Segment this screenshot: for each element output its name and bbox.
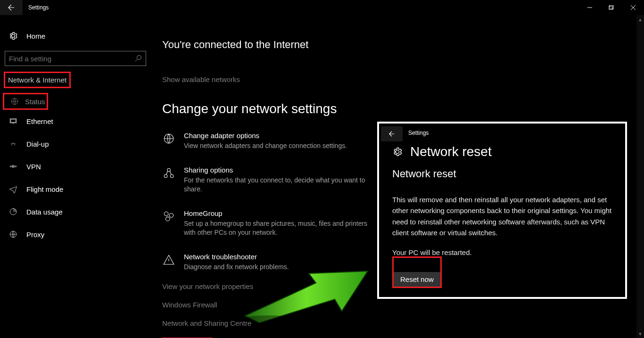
airplane-icon <box>8 184 18 194</box>
sidebar-item-label: Data usage <box>26 208 63 216</box>
search-icon <box>134 55 142 62</box>
dialup-icon <box>8 139 18 148</box>
sidebar-item-label: Flight mode <box>26 185 63 193</box>
sidebar-item-datausage[interactable]: Data usage <box>0 200 151 223</box>
overlay-titlebar: Settings <box>379 124 625 142</box>
svg-rect-5 <box>11 119 16 122</box>
sidebar: Home Network & Internet Status Ethernet … <box>0 15 151 338</box>
setting-row-sub: Set up a homegroup to share pictures, mu… <box>184 219 372 238</box>
link-firewall[interactable]: Windows Firewall <box>162 301 644 309</box>
svg-point-19 <box>166 217 170 221</box>
warning-icon <box>162 253 175 272</box>
svg-rect-0 <box>609 6 612 10</box>
sidebar-item-status[interactable]: Status <box>3 93 48 110</box>
sidebar-item-ethernet[interactable]: Ethernet <box>0 110 151 132</box>
reset-now-button[interactable]: Reset now <box>394 272 440 287</box>
proxy-icon <box>8 230 18 239</box>
globe-icon <box>162 132 175 151</box>
setting-row-sub: For the networks that you connect to, de… <box>184 176 372 194</box>
vpn-icon <box>8 162 18 171</box>
overlay-restart-note: Your PC will be restarted. <box>392 248 612 256</box>
show-networks-link[interactable]: Show available networks <box>162 75 644 83</box>
scroll-down-button[interactable]: ▼ <box>636 330 644 338</box>
setting-row-title: Change adapter options <box>184 132 347 140</box>
ethernet-icon <box>8 116 18 126</box>
svg-point-15 <box>164 174 167 178</box>
sidebar-home-label: Home <box>26 32 45 40</box>
sidebar-item-vpn[interactable]: VPN <box>0 155 151 178</box>
svg-point-7 <box>14 145 15 146</box>
sidebar-item-label: Ethernet <box>26 117 53 125</box>
sidebar-section-title: Network & Internet <box>4 72 71 88</box>
maximize-button[interactable] <box>601 0 622 15</box>
scroll-up-button[interactable]: ▲ <box>636 15 644 24</box>
sidebar-home[interactable]: Home <box>0 25 151 47</box>
svg-point-6 <box>11 145 12 146</box>
window-controls <box>579 0 644 15</box>
sidebar-item-label: Dial-up <box>26 140 49 148</box>
vertical-scrollbar[interactable]: ▲ ▼ <box>636 15 644 338</box>
close-button[interactable] <box>622 0 644 15</box>
back-button[interactable] <box>0 0 23 15</box>
svg-point-8 <box>10 166 11 167</box>
overlay-window: Settings Network reset Network reset Thi… <box>377 122 627 299</box>
overlay-description: This will remove and then reinstall all … <box>392 194 612 238</box>
svg-point-16 <box>170 174 173 178</box>
svg-point-2 <box>137 56 141 60</box>
datausage-icon <box>8 207 18 216</box>
scroll-track[interactable] <box>636 24 644 330</box>
sidebar-item-label: VPN <box>26 163 41 171</box>
setting-row-title: Network troubleshooter <box>184 253 289 261</box>
setting-row-sub: View network adapters and change connect… <box>184 141 347 151</box>
sidebar-item-proxy[interactable]: Proxy <box>0 223 151 246</box>
sidebar-item-dialup[interactable]: Dial-up <box>0 132 151 155</box>
minimize-button[interactable] <box>579 0 601 15</box>
search-input-wrap[interactable] <box>5 51 146 66</box>
overlay-heading: Network reset <box>410 144 492 159</box>
status-heading: You're connected to the Internet <box>162 39 644 51</box>
gear-icon <box>392 147 403 157</box>
change-settings-heading: Change your network settings <box>162 101 644 116</box>
sidebar-item-label: Proxy <box>26 231 44 239</box>
sidebar-item-flightmode[interactable]: Flight mode <box>0 178 151 200</box>
sidebar-item-label: Status <box>25 98 45 106</box>
overlay-subheading: Network reset <box>392 168 612 180</box>
back-arrow-icon <box>8 4 15 11</box>
gear-icon <box>8 31 18 41</box>
svg-point-9 <box>15 166 17 167</box>
setting-row-title: HomeGroup <box>184 209 372 217</box>
svg-rect-1 <box>610 5 613 9</box>
overlay-window-title: Settings <box>403 130 429 136</box>
titlebar: Settings <box>0 0 644 15</box>
window-title: Settings <box>23 4 49 11</box>
back-arrow-icon <box>388 131 395 137</box>
search-input[interactable] <box>9 55 134 63</box>
overlay-back-button[interactable] <box>381 126 403 141</box>
svg-point-18 <box>169 213 173 217</box>
svg-point-17 <box>164 212 168 216</box>
status-icon <box>10 97 19 106</box>
setting-row-title: Sharing options <box>184 166 372 174</box>
setting-row-sub: Diagnose and fix network problems. <box>184 263 289 272</box>
homegroup-icon <box>162 209 175 238</box>
sharing-icon <box>162 166 175 194</box>
link-sharing-centre[interactable]: Network and Sharing Centre <box>162 319 644 327</box>
